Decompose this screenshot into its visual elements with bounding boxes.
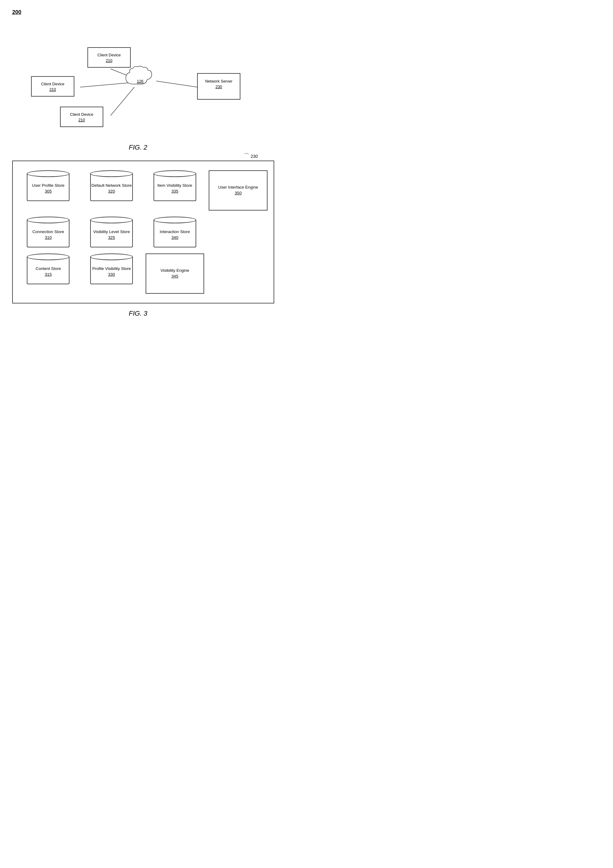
cyl-body-340: Interaction Store 340 <box>154 220 196 247</box>
fig3-server-box: User Profile Store 305 Default Network S… <box>12 161 274 304</box>
default-network-store-label: Default Network Store <box>92 183 132 189</box>
cyl-body-325: Visibility Level Store 325 <box>90 220 133 247</box>
cyl-top-325 <box>90 217 133 223</box>
fig3-area: ⌒ 230 User Profile Store 305 <box>12 161 264 304</box>
cyl-top-310 <box>27 217 70 223</box>
svg-text:230: 230 <box>216 84 222 89</box>
default-network-store: Default Network Store 320 <box>82 170 141 211</box>
user-interface-engine-label: User Interface Engine <box>218 184 258 191</box>
visibility-level-store-number: 325 <box>108 235 115 241</box>
svg-text:210: 210 <box>78 118 85 122</box>
svg-rect-8 <box>88 48 130 67</box>
svg-text:Network Server: Network Server <box>205 79 233 84</box>
visibility-level-store-label: Visibility Level Store <box>93 229 130 235</box>
content-store-label: Content Store <box>36 266 61 272</box>
svg-line-3 <box>156 81 197 87</box>
svg-text:210: 210 <box>50 87 56 92</box>
user-interface-engine-number: 350 <box>234 191 242 196</box>
user-interface-engine: User Interface Engine 350 <box>209 170 267 211</box>
svg-text:126: 126 <box>137 79 143 84</box>
cyl-top-340 <box>154 217 196 223</box>
empty-cell-row3-col4 <box>209 254 267 294</box>
user-profile-store-label: User Profile Store <box>32 183 65 189</box>
svg-text:Client Device: Client Device <box>70 112 93 117</box>
visibility-level-store: Visibility Level Store 325 <box>82 217 141 247</box>
cyl-top-335 <box>154 170 196 177</box>
fig3-server-curve: ⌒ <box>244 152 250 160</box>
svg-text:210: 210 <box>106 58 112 63</box>
cyl-body-315: Content Store 315 <box>27 257 70 284</box>
profile-visibility-store: Profile Visibility Store 330 <box>82 254 141 294</box>
cyl-top-330 <box>90 254 133 260</box>
svg-line-1 <box>80 82 132 87</box>
svg-rect-5 <box>197 73 240 99</box>
default-network-store-number: 320 <box>108 189 115 194</box>
fig2-label: 200 <box>12 9 264 16</box>
fig2-diagram: 126 Network Server 230 Client Device 210… <box>12 22 264 141</box>
svg-line-0 <box>110 69 133 78</box>
visibility-engine: Visibility Engine 345 <box>146 254 205 294</box>
fig3-caption: FIG. 3 <box>12 310 264 318</box>
interaction-store-number: 340 <box>172 235 178 241</box>
connection-store: Connection Store 310 <box>19 217 78 247</box>
empty-cell-row2-col4 <box>209 217 267 247</box>
svg-rect-11 <box>31 76 74 96</box>
cyl-top-315 <box>27 254 70 260</box>
interaction-store-label: Interaction Store <box>160 229 190 235</box>
item-visibility-store: Item Visibility Store 335 <box>146 170 205 211</box>
fig3-grid: User Profile Store 305 Default Network S… <box>19 170 267 294</box>
svg-rect-14 <box>61 107 103 127</box>
item-visibility-store-number: 335 <box>172 189 178 194</box>
connection-store-label: Connection Store <box>32 229 64 235</box>
cyl-body-305: User Profile Store 305 <box>27 174 70 201</box>
interaction-store: Interaction Store 340 <box>146 217 205 247</box>
visibility-engine-number: 345 <box>172 274 178 279</box>
visibility-engine-label: Visibility Engine <box>161 268 189 274</box>
profile-visibility-store-number: 330 <box>108 272 115 277</box>
connection-store-number: 310 <box>45 235 52 241</box>
cyl-body-335: Item Visibility Store 335 <box>154 174 196 201</box>
cyl-body-310: Connection Store 310 <box>27 220 70 247</box>
item-visibility-store-label: Item Visibility Store <box>158 183 192 189</box>
user-profile-store-number: 305 <box>45 189 52 194</box>
profile-visibility-store-label: Profile Visibility Store <box>92 266 131 272</box>
fig3-server-number-label: 230 <box>251 154 258 159</box>
fig2-svg: 126 Network Server 230 Client Device 210… <box>12 22 264 141</box>
user-profile-store: User Profile Store 305 <box>19 170 78 211</box>
cyl-top-305 <box>27 170 70 177</box>
svg-text:Client Device: Client Device <box>98 53 121 57</box>
cyl-body-330: Profile Visibility Store 330 <box>90 257 133 284</box>
svg-line-2 <box>110 87 134 115</box>
fig2-caption: FIG. 2 <box>12 144 264 152</box>
cyl-top-320 <box>90 170 133 177</box>
svg-text:Client Device: Client Device <box>41 82 65 86</box>
content-store-number: 315 <box>45 272 52 277</box>
content-store: Content Store 315 <box>19 254 78 294</box>
cyl-body-320: Default Network Store 320 <box>90 174 133 201</box>
